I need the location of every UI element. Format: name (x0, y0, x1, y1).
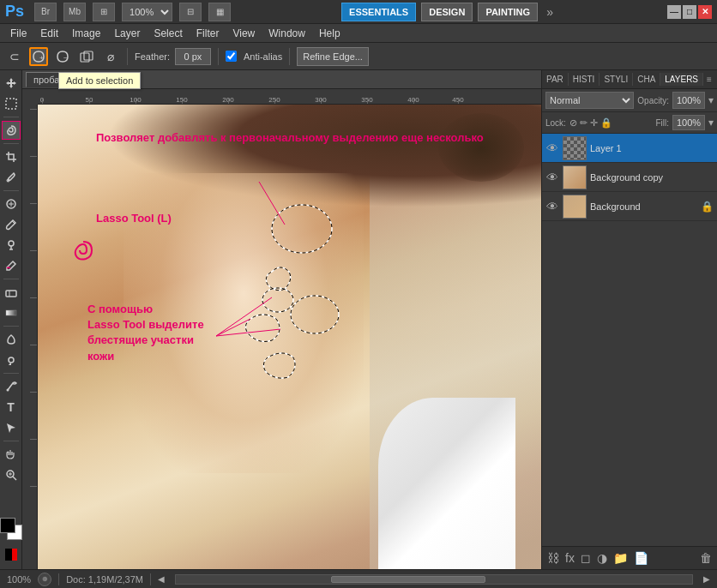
tool-eyedropper[interactable] (2, 168, 21, 187)
menu-view[interactable]: View (226, 26, 262, 41)
blend-mode-select[interactable]: Normal Dissolve Multiply Screen (545, 92, 634, 109)
tool-lasso[interactable] (2, 121, 21, 140)
ruler-corner (22, 89, 38, 105)
panel-tab-styli[interactable]: STYLI (600, 73, 633, 86)
anti-alias-checkbox[interactable] (226, 51, 237, 62)
tool-marquee[interactable] (2, 94, 21, 113)
tool-separator-7 (3, 441, 19, 441)
minimize-btn[interactable]: — (667, 5, 681, 19)
opacity-arrow[interactable]: ▾ (708, 94, 714, 106)
panel-tab-layers[interactable]: LAYERS (660, 73, 703, 86)
layer-row-1[interactable]: 👁 Layer 1 (542, 134, 717, 163)
layer-effects-btn[interactable]: fx (563, 549, 576, 567)
scroll-left-btn[interactable]: ◀ (158, 574, 165, 584)
panel-tab-cha[interactable]: CHA (633, 73, 660, 86)
arrange-btn[interactable]: ▦ (208, 3, 231, 21)
close-btn[interactable]: ✕ (698, 5, 712, 19)
layer-row-background-copy[interactable]: 👁 Background copy (542, 163, 717, 192)
link-layers-btn[interactable]: ⛓ (545, 549, 561, 567)
screen-mode-btn[interactable]: ⊟ (179, 3, 202, 21)
new-fill-layer-btn[interactable]: ◻ (579, 549, 593, 567)
opacity-input[interactable] (672, 92, 705, 109)
refine-edge-btn[interactable]: Refine Edge... (297, 47, 369, 66)
canvas-area: проба_1, RGB/8* ✕ 0 50 100 150 200 250 3… (22, 70, 541, 569)
menu-filter[interactable]: Filter (190, 26, 226, 41)
menu-image[interactable]: Image (65, 26, 107, 41)
options-bar: ⊂ + − ⌀ Feather: Anti-alias Refine Edge.… (0, 43, 717, 70)
extend-btn[interactable]: » (543, 5, 557, 19)
tool-blur[interactable] (2, 330, 21, 349)
maximize-btn[interactable]: □ (683, 5, 696, 19)
feather-label: Feather: (135, 51, 170, 62)
ruler-tick (228, 99, 229, 104)
tool-pen[interactable] (2, 377, 21, 396)
menu-window[interactable]: Window (262, 26, 312, 41)
tool-quick-mask[interactable] (2, 545, 21, 564)
add-mask-btn[interactable]: ◑ (595, 549, 609, 567)
ruler-v-tick (30, 109, 37, 110)
fg-bg-colors[interactable] (0, 518, 22, 540)
tool-heal[interactable] (2, 195, 21, 213)
canvas-content: Позволяет добавлять к первоначальному вы… (38, 105, 541, 569)
layer-copy-visibility[interactable]: 👁 (545, 171, 559, 184)
menu-file[interactable]: File (3, 26, 33, 41)
bridge-btn[interactable]: Br (34, 3, 57, 21)
tool-move[interactable] (2, 74, 21, 93)
layer-1-visibility[interactable]: 👁 (545, 141, 559, 155)
ruler-tick (42, 99, 43, 104)
layer-bg-name: Background (590, 201, 697, 212)
minibrige-btn[interactable]: Mb (63, 3, 86, 21)
tool-zoom[interactable] (2, 465, 21, 484)
tool-dodge[interactable] (2, 351, 21, 369)
lasso-add-btn[interactable]: + (29, 47, 48, 66)
fill-input[interactable] (672, 115, 705, 130)
scroll-right-btn[interactable]: ▶ (703, 574, 710, 584)
fill-arrow[interactable]: ▾ (708, 117, 714, 129)
lock-all-icon[interactable]: 🔒 (600, 117, 612, 129)
layer-1-thumbnail (563, 136, 587, 160)
ruler-tick (367, 99, 368, 104)
feather-input[interactable] (175, 48, 211, 65)
panel-tab-histi[interactable]: HISTI (569, 73, 600, 86)
essentials-btn[interactable]: ESSENTIALS (341, 3, 416, 21)
zoom-indicator[interactable]: ⊕ (38, 573, 51, 586)
tool-brush[interactable] (2, 215, 21, 234)
menu-edit[interactable]: Edit (33, 26, 65, 41)
ruler-tick (413, 99, 414, 104)
tool-gradient[interactable] (2, 303, 21, 322)
horizontal-scrollbar[interactable] (175, 574, 693, 585)
new-group-btn[interactable]: 📁 (612, 549, 630, 567)
panel-tab-par[interactable]: PAR (542, 73, 569, 86)
view-mode-btn[interactable]: ⊞ (93, 3, 115, 21)
delete-layer-btn[interactable]: 🗑 (698, 549, 714, 567)
tool-path-selection[interactable] (2, 418, 21, 437)
menu-layer[interactable]: Layer (107, 26, 147, 41)
tool-history-brush[interactable] (2, 256, 21, 275)
new-layer-btn[interactable]: 📄 (632, 549, 650, 567)
lasso-intersect-btn[interactable] (77, 47, 96, 66)
ruler-v-tick (30, 439, 37, 440)
lasso-standard-btn[interactable]: ⊂ (5, 47, 24, 66)
lock-position-icon[interactable]: ✛ (590, 117, 598, 129)
tool-hand[interactable] (2, 445, 21, 464)
lock-brush-icon[interactable]: ✏ (580, 117, 587, 129)
svg-point-11 (6, 389, 9, 392)
tool-crop[interactable] (2, 147, 21, 166)
menu-help[interactable]: Help (312, 26, 347, 41)
tool-stamp[interactable] (2, 236, 21, 255)
menu-select[interactable]: Select (147, 26, 189, 41)
sep1 (127, 48, 128, 65)
tool-eraser[interactable] (2, 283, 21, 302)
layer-row-background[interactable]: 👁 Background 🔒 (542, 192, 717, 221)
svg-point-7 (9, 241, 14, 246)
ruler-v-tick (30, 297, 37, 298)
scroll-h-thumb[interactable] (331, 576, 486, 583)
layer-bg-visibility[interactable]: 👁 (545, 200, 559, 213)
tool-text[interactable]: T (2, 398, 21, 417)
lock-transparent-icon[interactable]: ⊘ (569, 117, 577, 129)
zoom-select[interactable]: 100%50%200% (122, 3, 172, 21)
painting-btn[interactable]: PAINTING (478, 3, 538, 21)
panel-options-btn[interactable]: ≡ (703, 75, 715, 84)
lasso-subtract-btn[interactable]: − (53, 47, 72, 66)
design-btn[interactable]: DESIGN (421, 3, 473, 21)
